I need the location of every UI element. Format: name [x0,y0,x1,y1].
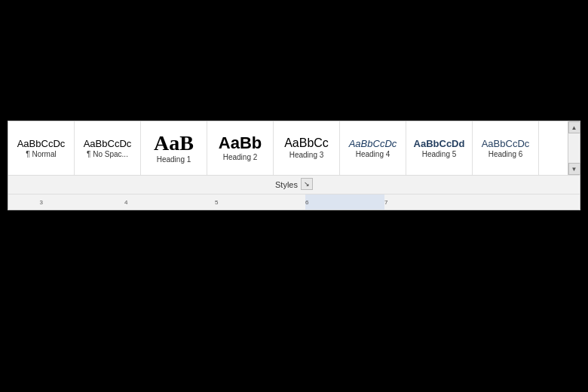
style-label-normal: ¶ Normal [26,150,56,158]
ruler-mark-3: 3 [40,199,43,206]
style-item-heading3[interactable]: AaBbCc Heading 3 [274,121,340,175]
style-label-heading4: Heading 4 [356,150,390,158]
style-preview-heading4: AaBbCcDc [349,139,397,149]
ruler-mark-6: 6 [305,199,308,206]
ruler-mark-7: 7 [384,199,387,206]
style-item-normal[interactable]: AaBbCcDc ¶ Normal [8,121,75,175]
styles-section: AaBbCcDc ¶ Normal AaBbCcDc ¶ No Spac... … [8,121,568,175]
styles-expand-button[interactable]: ↘ [301,178,313,190]
scroll-up-button[interactable]: ▲ [568,121,580,133]
ruler-mark-5: 5 [215,199,218,206]
style-label-heading3: Heading 3 [289,151,324,159]
style-label-heading1: Heading 1 [157,155,191,164]
expand-icon: ↘ [304,180,310,188]
styles-row: AaBbCcDc ¶ Normal AaBbCcDc ¶ No Spac... … [8,121,580,176]
style-item-heading4[interactable]: AaBbCcDc Heading 4 [340,121,406,175]
style-label-heading5: Heading 5 [422,150,457,158]
styles-footer-label: Styles [275,180,298,189]
ruler-content: 3 4 5 6 7 [11,194,577,210]
style-preview-heading2: AaBb [219,135,262,152]
style-item-heading1[interactable]: AaB Heading 1 [141,121,207,175]
style-preview-normal: AaBbCcDc [17,139,66,149]
ruler-mark-4: 4 [124,199,127,206]
style-preview-heading5: AaBbCcDd [414,139,465,149]
style-preview-heading6: AaBbCcDc [482,139,530,149]
style-label-no-spacing: ¶ No Spac... [87,150,128,158]
ruler-highlight [305,194,384,210]
style-label-heading2: Heading 2 [223,153,258,161]
scroll-down-button[interactable]: ▼ [568,163,580,175]
styles-footer: Styles ↘ [8,176,580,194]
style-label-heading6: Heading 6 [488,150,523,158]
style-preview-no-spacing: AaBbCcDc [84,139,132,149]
style-item-heading5[interactable]: AaBbCcDd Heading 5 [406,121,473,175]
style-item-heading2[interactable]: AaBb Heading 2 [207,121,274,175]
style-preview-heading3: AaBbCc [284,137,329,149]
styles-scrollbar: ▲ ▼ [568,121,580,175]
style-item-no-spacing[interactable]: AaBbCcDc ¶ No Spac... [75,121,141,175]
style-preview-heading1: AaB [154,133,194,154]
ruler-row: 3 4 5 6 7 [8,194,580,210]
style-item-heading6[interactable]: AaBbCcDc Heading 6 [473,121,539,175]
ribbon-container: AaBbCcDc ¶ Normal AaBbCcDc ¶ No Spac... … [8,121,580,210]
